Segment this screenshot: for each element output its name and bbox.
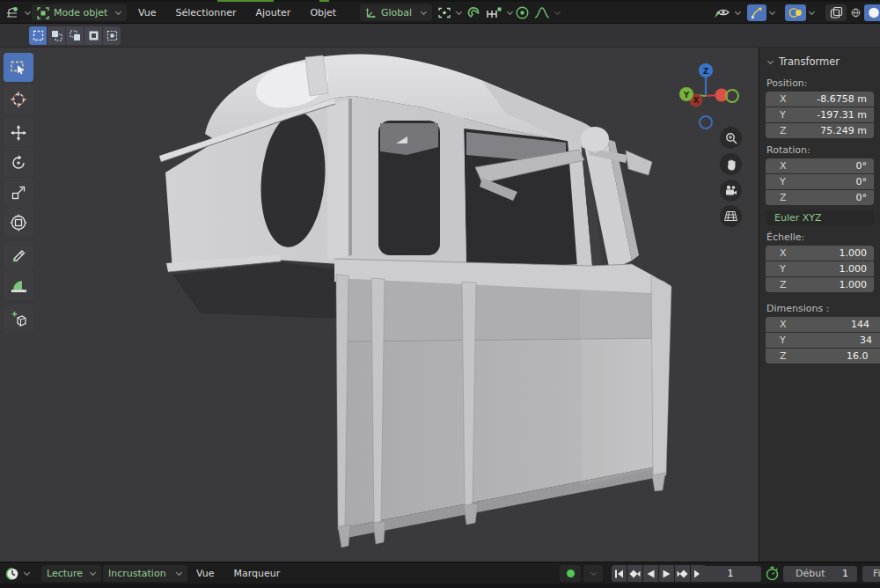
zoom-button[interactable] <box>720 127 742 149</box>
tool-add-cube[interactable] <box>4 305 33 334</box>
menu-view[interactable]: Vue <box>130 2 165 24</box>
rotation-x-field[interactable]: X 0° <box>766 158 874 173</box>
axis-label: Y <box>780 176 786 187</box>
position-x-field[interactable]: X -8.6758 m <box>766 92 874 107</box>
tool-scale[interactable] <box>4 178 33 207</box>
ortho-perspective-button[interactable] <box>720 205 742 227</box>
end-label: Fin <box>873 568 880 579</box>
panel-header-transform[interactable]: Transformer <box>759 48 880 71</box>
timeline-menu-marker[interactable]: Marqueur <box>226 562 289 584</box>
axis-label: X <box>780 247 787 259</box>
rotation-mode-dropdown[interactable]: Euler XYZ <box>766 210 874 225</box>
timeline-bar: Lecture Incrustation Vue Marqueur <box>0 562 880 584</box>
pivot-point-dropdown[interactable] <box>437 2 462 24</box>
playback-dropdown[interactable]: Lecture <box>41 562 101 584</box>
dimensions-y-field[interactable]: Y 34 <box>766 333 880 348</box>
axis-label: Y <box>780 263 786 275</box>
overlays-dropdown[interactable] <box>808 2 815 24</box>
pan-button[interactable] <box>720 153 742 175</box>
gizmo-arrow-icon <box>751 6 763 19</box>
auto-keying-dropdown[interactable] <box>583 562 603 584</box>
gizmo-dropdown[interactable] <box>768 2 775 24</box>
chevron-down-icon <box>114 10 121 17</box>
chevron-down-icon <box>590 570 597 577</box>
timeline-editor-type-button[interactable] <box>5 562 30 584</box>
select-mode-invert[interactable] <box>84 26 102 45</box>
menu-select[interactable]: Sélectionner <box>168 2 245 24</box>
chevron-down-icon <box>455 10 462 17</box>
menu-add[interactable]: Ajouter <box>248 2 299 24</box>
prev-keyframe-button[interactable] <box>627 565 642 582</box>
proportional-editing-toggle[interactable] <box>515 2 530 24</box>
scale-label: Échelle: <box>766 232 880 243</box>
tool-measure[interactable] <box>4 271 33 300</box>
overlay-label: Incrustation <box>108 568 166 579</box>
position-y-field[interactable]: Y -197.31 m <box>766 107 874 122</box>
tool-move[interactable] <box>4 118 33 147</box>
frame-start-field[interactable]: Début 1 <box>783 566 857 582</box>
rotation-label: Rotation: <box>766 144 880 156</box>
menu-object[interactable]: Objet <box>302 2 344 24</box>
play-reverse-icon <box>647 570 655 578</box>
scale-y-field[interactable]: Y 1.000 <box>766 261 874 276</box>
select-mode-intersect[interactable] <box>103 26 121 45</box>
play-button[interactable] <box>659 565 674 582</box>
camera-view-button[interactable] <box>720 180 742 202</box>
tool-select-box[interactable] <box>4 53 33 82</box>
rotation-z-field[interactable]: Z 0° <box>766 190 874 205</box>
visibility-eye-icon <box>713 6 730 20</box>
select-mode-subtract[interactable] <box>66 26 84 45</box>
next-keyframe-button[interactable] <box>675 565 690 582</box>
dimensions-x-field[interactable]: X 144 <box>766 317 880 332</box>
dimensions-z-field[interactable]: Z 16.0 <box>766 349 880 364</box>
select-mode-extend[interactable] <box>48 26 65 45</box>
auto-keying-toggle[interactable] <box>560 562 581 584</box>
editor-type-button[interactable] <box>5 2 31 24</box>
proportional-circle-icon <box>515 5 530 20</box>
field-value: 34 <box>860 334 872 346</box>
jump-to-start-button[interactable] <box>612 565 627 582</box>
play-reverse-button[interactable] <box>643 565 658 582</box>
tool-cursor[interactable] <box>4 85 33 114</box>
clock-icon <box>5 567 19 581</box>
scale-icon <box>11 185 26 201</box>
show-overlays-toggle[interactable] <box>785 2 806 24</box>
proportional-falloff-dropdown[interactable] <box>534 2 561 24</box>
position-z-field[interactable]: Z 75.249 m <box>766 123 874 138</box>
chevron-down-icon <box>768 10 775 17</box>
overlay-dropdown[interactable]: Incrustation <box>103 562 187 584</box>
start-value: 1 <box>842 568 848 579</box>
viewport-axis-gizmo[interactable]: X Y Z <box>667 55 746 134</box>
select-invert-icon <box>88 30 99 41</box>
tool-annotate[interactable] <box>4 241 33 270</box>
current-frame-field[interactable]: 1 <box>700 566 761 582</box>
frame-end-field[interactable]: Fin <box>862 566 880 582</box>
3d-cursor-icon <box>10 91 27 108</box>
overlays-icon <box>788 6 803 19</box>
3d-viewport[interactable]: X Y Z <box>0 48 759 562</box>
snap-target-dropdown[interactable] <box>486 2 513 24</box>
model-truck-cab[interactable] <box>0 48 759 562</box>
shading-solid-button[interactable] <box>864 2 880 24</box>
transform-orientation-dropdown[interactable]: Global <box>360 2 432 24</box>
hand-icon <box>725 158 737 171</box>
mode-dropdown[interactable]: Mode objet <box>32 2 127 24</box>
tool-rotate[interactable] <box>4 148 33 177</box>
rotation-y-field[interactable]: Y 0° <box>766 174 874 189</box>
shading-wireframe-button[interactable] <box>847 2 864 24</box>
select-set-icon <box>33 30 44 41</box>
chevron-down-icon <box>554 10 561 17</box>
camera-icon <box>724 185 737 196</box>
show-gizmo-toggle[interactable] <box>747 2 766 24</box>
chevron-down-icon <box>734 10 741 17</box>
scale-z-field[interactable]: Z 1.000 <box>766 277 874 292</box>
xray-toggle[interactable] <box>825 2 847 24</box>
timeline-menu-view[interactable]: Vue <box>188 562 223 584</box>
mode-label: Mode objet <box>54 7 107 18</box>
scale-x-field[interactable]: X 1.000 <box>766 246 874 261</box>
tool-transform[interactable] <box>4 208 33 237</box>
select-mode-set[interactable] <box>29 26 47 45</box>
snap-increment-icon <box>486 6 502 19</box>
snap-toggle[interactable] <box>467 2 482 24</box>
object-visibility-dropdown[interactable] <box>713 2 741 24</box>
